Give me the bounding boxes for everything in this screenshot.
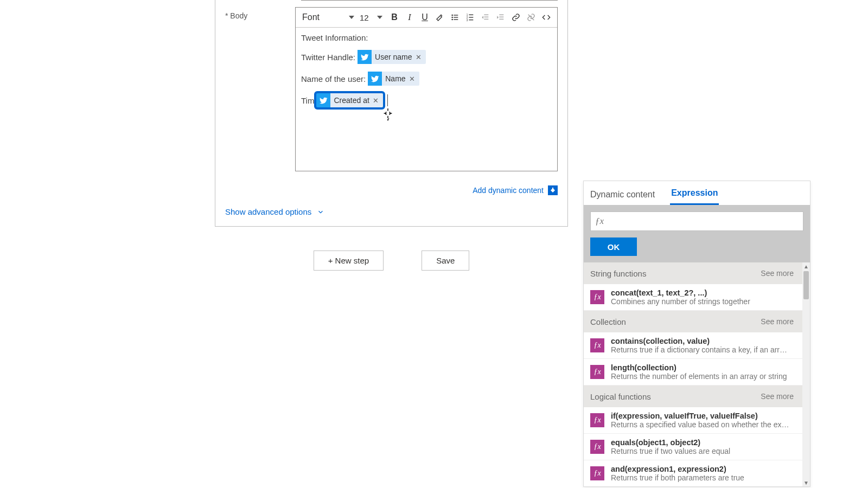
body-text: Name of the user: xyxy=(301,74,366,84)
fn-name: if(expression, valueIfTrue, valueIfFalse… xyxy=(611,412,790,420)
fx-icon: ƒx xyxy=(590,440,604,454)
fn-name: contains(collection, value) xyxy=(611,337,790,345)
svg-rect-16 xyxy=(499,17,503,17)
group-title: String functions xyxy=(590,269,646,278)
svg-point-0 xyxy=(451,15,453,16)
ok-button[interactable]: OK xyxy=(590,237,637,256)
scroll-up-icon[interactable]: ▲ xyxy=(802,262,810,270)
underline-button[interactable]: U xyxy=(418,11,431,24)
new-step-button[interactable]: + New step xyxy=(314,251,384,271)
tab-expression[interactable]: Expression xyxy=(670,183,719,205)
svg-rect-5 xyxy=(454,19,458,20)
body-text: Twitter Handle: xyxy=(301,53,355,62)
fn-desc: Returns a specified value based on wheth… xyxy=(611,420,790,429)
twitter-icon xyxy=(316,93,330,107)
fn-if[interactable]: ƒx if(expression, valueIfTrue, valueIfFa… xyxy=(584,407,810,434)
chevron-down-icon xyxy=(349,16,354,19)
svg-rect-19 xyxy=(552,188,553,190)
token-created-at[interactable]: Created at ✕ xyxy=(316,93,382,107)
scroll-down-icon[interactable]: ▼ xyxy=(802,479,810,486)
email-action-card: Subject Someone has mentioned Power Auto… xyxy=(215,0,568,227)
fn-equals[interactable]: ƒx equals(object1, object2) Returns true… xyxy=(584,434,810,460)
editor-content[interactable]: Tweet Information: Twitter Handle: User … xyxy=(296,28,557,171)
add-dynamic-content-link[interactable]: Add dynamic content xyxy=(473,186,544,195)
fn-name: equals(object1, object2) xyxy=(611,438,730,447)
highlight-button[interactable] xyxy=(433,11,446,24)
token-remove-icon[interactable]: ✕ xyxy=(408,75,416,83)
body-editor[interactable]: Font 12 B I U 123 xyxy=(295,7,558,171)
fn-length[interactable]: ƒx length(collection) Returns the number… xyxy=(584,359,810,386)
fn-desc: Combines any number of strings together xyxy=(611,297,750,306)
fn-desc: Returns true if a dictionary contains a … xyxy=(611,345,790,354)
font-size-label: 12 xyxy=(360,13,369,22)
see-more-link[interactable]: See more xyxy=(761,317,794,326)
text-caret xyxy=(387,94,388,106)
group-collection: Collection See more xyxy=(584,311,810,332)
fn-contains[interactable]: ƒx contains(collection, value) Returns t… xyxy=(584,332,810,359)
fn-desc: Returns true if both parameters are true xyxy=(611,473,744,482)
token-user-name[interactable]: User name ✕ xyxy=(358,50,425,64)
svg-rect-9 xyxy=(469,17,473,17)
scroll-thumb[interactable] xyxy=(803,271,809,299)
group-logical-functions: Logical functions See more xyxy=(584,386,810,407)
fx-icon: ƒx xyxy=(590,413,604,427)
see-more-link[interactable]: See more xyxy=(761,392,794,401)
expression-panel: Dynamic content Expression ƒx OK ▲ ▼ Str… xyxy=(583,181,810,487)
body-text: Tweet Information: xyxy=(301,33,368,42)
fn-concat[interactable]: ƒx concat(text_1, text_2?, ...) Combines… xyxy=(584,284,810,311)
token-label: Created at xyxy=(334,96,369,105)
svg-rect-13 xyxy=(484,17,488,17)
font-select-label: Font xyxy=(302,12,320,22)
svg-rect-11 xyxy=(469,20,473,20)
fx-icon: ƒx xyxy=(590,466,604,480)
numbered-list-button[interactable]: 123 xyxy=(464,11,477,24)
font-size-select[interactable]: 12 xyxy=(358,10,385,24)
fn-name: concat(text_1, text_2?, ...) xyxy=(611,288,750,297)
outdent-button[interactable] xyxy=(479,11,492,24)
fx-icon: ƒx xyxy=(590,290,604,304)
svg-rect-7 xyxy=(469,15,473,15)
add-dynamic-content-toggle[interactable] xyxy=(548,185,558,195)
svg-rect-15 xyxy=(499,15,503,15)
code-view-button[interactable] xyxy=(540,11,553,24)
body-text: Tim xyxy=(301,96,314,105)
font-select[interactable]: Font xyxy=(299,10,358,24)
unlink-button[interactable] xyxy=(525,11,538,24)
fn-and[interactable]: ƒx and(expression1, expression2) Returns… xyxy=(584,460,810,486)
show-advanced-label: Show advanced options xyxy=(225,207,311,216)
fx-icon: ƒx xyxy=(590,365,604,379)
bulleted-list-button[interactable] xyxy=(449,11,462,24)
bold-button[interactable]: B xyxy=(388,11,401,24)
svg-rect-17 xyxy=(499,19,503,20)
twitter-icon xyxy=(368,72,382,86)
group-title: Collection xyxy=(590,317,626,326)
twitter-icon xyxy=(358,50,372,64)
svg-rect-14 xyxy=(484,19,488,20)
fn-desc: Returns true if two values are equal xyxy=(611,447,730,455)
scrollbar[interactable]: ▲ ▼ xyxy=(802,262,810,486)
fx-icon: ƒx xyxy=(595,216,604,227)
body-label: Body xyxy=(215,7,295,181)
token-label: User name xyxy=(375,53,412,61)
fn-name: length(collection) xyxy=(611,363,787,372)
fx-icon: ƒx xyxy=(590,338,604,352)
tab-dynamic-content[interactable]: Dynamic content xyxy=(589,184,656,205)
svg-point-4 xyxy=(451,19,453,21)
link-button[interactable] xyxy=(509,11,522,24)
save-button[interactable]: Save xyxy=(422,251,469,271)
token-name[interactable]: Name ✕ xyxy=(368,72,419,86)
chevron-down-icon xyxy=(377,16,382,19)
show-advanced-options[interactable]: Show advanced options xyxy=(215,202,567,226)
indent-button[interactable] xyxy=(494,11,507,24)
fn-desc: Returns the number of elements in an arr… xyxy=(611,372,787,381)
subject-input[interactable]: Someone has mentioned Power Automate on … xyxy=(301,0,558,1)
svg-rect-1 xyxy=(454,15,458,15)
chevron-down-icon xyxy=(317,208,324,216)
token-remove-icon[interactable]: ✕ xyxy=(372,97,380,105)
token-remove-icon[interactable]: ✕ xyxy=(414,53,423,61)
see-more-link[interactable]: See more xyxy=(761,269,794,278)
italic-button[interactable]: I xyxy=(403,11,416,24)
group-title: Logical functions xyxy=(590,392,651,401)
editor-toolbar: Font 12 B I U 123 xyxy=(296,8,557,28)
expression-input[interactable]: ƒx xyxy=(590,211,803,231)
